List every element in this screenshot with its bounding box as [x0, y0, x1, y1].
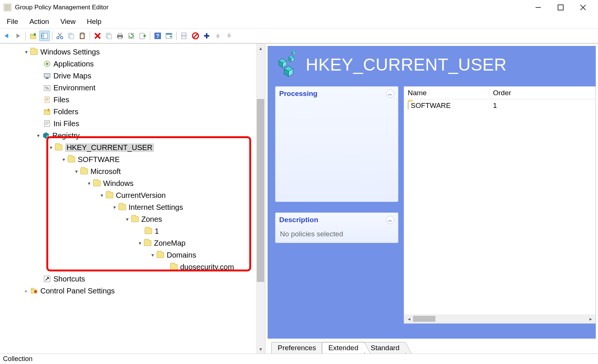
svg-point-59 — [34, 290, 37, 293]
column-name[interactable]: Name — [404, 89, 489, 97]
help-button[interactable]: ? — [152, 31, 163, 41]
scroll-right-icon[interactable]: ▸ — [587, 316, 594, 322]
delete-button[interactable] — [92, 31, 103, 41]
detail-pane: HKEY_CURRENT_USER Processing ︽ Descripti… — [265, 44, 598, 354]
copy-to-button[interactable] — [104, 31, 114, 41]
scroll-thumb[interactable] — [413, 316, 435, 322]
detail-content: HKEY_CURRENT_USER Processing ︽ Descripti… — [265, 44, 598, 341]
close-button[interactable] — [572, 0, 594, 15]
maximize-button[interactable] — [549, 0, 572, 15]
add-button[interactable] — [201, 31, 212, 41]
move-up-button[interactable] — [213, 31, 223, 41]
back-button[interactable] — [1, 31, 12, 41]
show-hide-tree-button[interactable] — [39, 31, 50, 41]
tree-node-control-panel-settings[interactable]: ▸Control Panel Settings — [0, 285, 265, 297]
tree-node-microsoft[interactable]: ▾Microsoft — [0, 165, 265, 177]
list-row[interactable]: SOFTWARE 1 — [404, 99, 595, 112]
tree-node-windows[interactable]: ▾Windows — [0, 177, 265, 189]
tree-node-currentversion[interactable]: ▾CurrentVersion — [0, 189, 265, 201]
tree-label: SOFTWARE — [78, 155, 120, 164]
scroll-up-icon[interactable]: ▴ — [256, 44, 265, 53]
menu-view[interactable]: View — [55, 16, 81, 27]
card-title: Processing — [279, 90, 317, 98]
expander-icon[interactable]: ▾ — [85, 180, 93, 186]
menu-help[interactable]: Help — [81, 16, 107, 27]
tree-node-1[interactable]: 1 — [0, 225, 265, 237]
tree-node-hkcu[interactable]: ▾HKEY_CURRENT_USER — [0, 141, 265, 153]
tree-node-duosecurity[interactable]: duosecurity.com — [0, 261, 265, 273]
preference-item-button[interactable]: <> — [179, 31, 189, 41]
svg-rect-49 — [44, 121, 50, 127]
svg-point-41 — [46, 63, 48, 65]
expander-icon[interactable]: ▾ — [73, 168, 80, 174]
tab-standard[interactable]: Standard — [364, 342, 406, 354]
expander-ic007[interactable]: ▾ — [123, 216, 131, 222]
processing-card: Processing ︽ — [275, 86, 398, 202]
print-button[interactable] — [115, 31, 125, 41]
tab-extended[interactable]: Extended — [322, 342, 364, 354]
tree-node-shortcuts[interactable]: Shortcuts — [0, 273, 265, 285]
export-button[interactable] — [137, 31, 148, 41]
svg-line-37 — [194, 34, 197, 38]
forward-button[interactable] — [13, 31, 23, 41]
move-down-button[interactable] — [224, 31, 234, 41]
tree-label: Shortcuts — [53, 275, 85, 283]
tree-node-registry[interactable]: ▾Registry — [0, 130, 265, 141]
card-header: Description ︽ — [275, 213, 398, 227]
folder-icon — [118, 203, 126, 211]
tree-label: Files — [53, 96, 69, 104]
expander-icon[interactable]: ▾ — [149, 252, 156, 258]
expander-icon[interactable]: ▾ — [34, 133, 42, 139]
column-order[interactable]: Order — [489, 89, 515, 97]
statusbar: Collection — [0, 354, 598, 364]
tree-node-zonemap[interactable]: ▾ZoneMap — [0, 237, 265, 249]
up-folder-button[interactable] — [28, 31, 38, 41]
svg-rect-26 — [118, 33, 121, 35]
minimize-button[interactable] — [527, 0, 549, 15]
cut-button[interactable] — [55, 31, 65, 41]
tree-node-domains[interactable]: ▾Domains — [0, 249, 265, 261]
tree-node-windows-settings[interactable]: ▾Windows Settings — [0, 46, 265, 58]
scroll-down-icon[interactable]: ▾ — [256, 345, 265, 354]
tree-node-folders[interactable]: Folders — [0, 106, 265, 118]
tree-node-zones[interactable]: ▾Zones — [0, 213, 265, 225]
tree-label: Control Panel Settings — [40, 287, 115, 295]
properties-button[interactable] — [164, 31, 174, 41]
copy-button[interactable] — [66, 31, 76, 41]
tab-preferences[interactable]: Preferences — [271, 342, 322, 354]
tree-node-environment[interactable]: %Environment — [0, 82, 265, 94]
menu-file[interactable]: File — [1, 16, 24, 27]
toolbar-separator — [90, 31, 90, 40]
collapse-icon[interactable]: ︽ — [386, 90, 394, 98]
tree[interactable]: ▾Windows Settings Applications Drive Map… — [0, 44, 265, 299]
expander-icon[interactable]: ▾ — [111, 204, 118, 210]
scroll-thumb[interactable] — [257, 99, 264, 282]
tree-node-drive-maps[interactable]: Drive Maps — [0, 70, 265, 82]
environment-icon: % — [43, 84, 51, 91]
folder-icon — [170, 263, 178, 271]
collapse-icon[interactable]: ︽ — [386, 216, 394, 224]
svg-rect-24 — [108, 34, 111, 39]
list-horizontal-scrollbar[interactable]: ◂ ▸ — [404, 314, 595, 323]
expander-icon[interactable]: ▾ — [47, 144, 55, 150]
registry-icon — [42, 132, 50, 139]
scroll-left-icon[interactable]: ◂ — [406, 316, 412, 322]
tree-node-ini-files[interactable]: Ini Files — [0, 118, 265, 130]
expander-icon[interactable]: ▾ — [22, 49, 30, 55]
expander-icon[interactable]: ▾ — [98, 192, 105, 198]
tree-node-applications[interactable]: Applications — [0, 58, 265, 70]
tree-node-software[interactable]: ▾SOFTWARE — [0, 153, 265, 165]
expander-icon[interactable]: ▾ — [60, 156, 67, 162]
tree-node-internet-settings[interactable]: ▾Internet Settings — [0, 201, 265, 213]
list-rows[interactable]: SOFTWARE 1 — [404, 99, 595, 314]
expander-icon[interactable]: ▾ — [136, 240, 144, 246]
tree-scrollbar[interactable]: ▴ ▾ — [256, 44, 265, 354]
expander-icon[interactable]: ▸ — [22, 288, 30, 294]
tree-node-files[interactable]: Files — [0, 94, 265, 106]
paste-button[interactable] — [77, 31, 87, 41]
svg-rect-43 — [46, 78, 49, 79]
refresh-button[interactable] — [126, 31, 136, 41]
stop-button[interactable] — [190, 31, 201, 41]
menu-action[interactable]: Action — [24, 16, 55, 27]
tree-label: Windows Settings — [40, 48, 100, 56]
